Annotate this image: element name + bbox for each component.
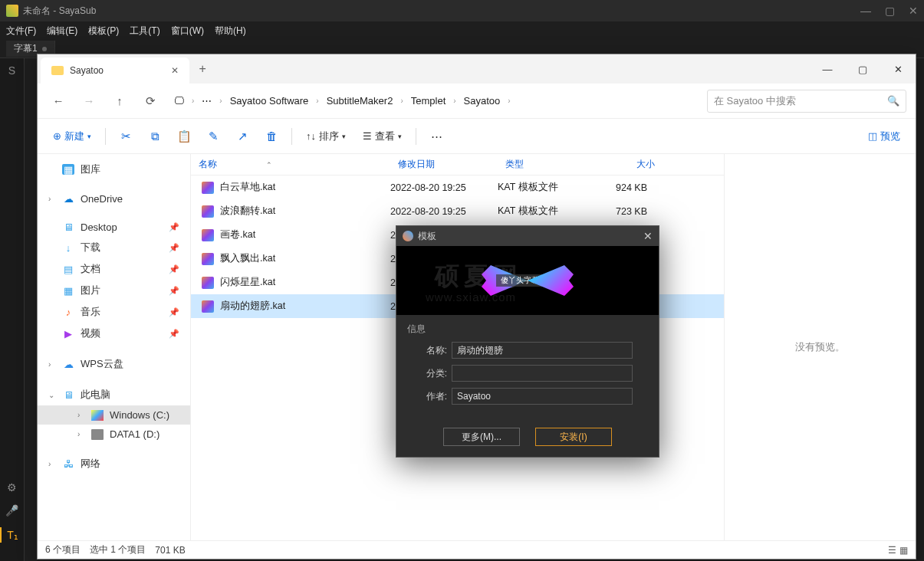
kat-file-icon (202, 205, 214, 218)
sidebar-item-wps[interactable]: › ☁ WPS云盘 (38, 353, 190, 375)
crumb-0[interactable]: Sayatoo Software (225, 92, 314, 110)
thumbs-view-icon[interactable]: ▦ (899, 545, 908, 556)
more-button[interactable]: ⋯ (424, 125, 449, 148)
copy-button[interactable]: ⧉ (143, 125, 167, 148)
col-header-type[interactable]: 类型 (498, 158, 586, 171)
install-button[interactable]: 安装(I) (535, 428, 612, 446)
explorer-min-icon[interactable]: — (810, 54, 845, 84)
crumb-3[interactable]: Sayatoo (459, 92, 505, 110)
template-modal: 模板 ✕ 硕夏网 www.sxiaw.com 傻丫头字幕精灵 信息 名称: 扇动… (396, 225, 659, 458)
file-name: 闪烁星星.kat (220, 276, 275, 289)
sidebar-item-onedrive[interactable]: › ☁ OneDrive (38, 189, 190, 208)
col-header-name[interactable]: 名称 ⌃ (191, 158, 390, 171)
modal-app-icon (403, 231, 413, 241)
file-name: 飘入飘出.kat (220, 252, 275, 265)
sayasub-min-icon[interactable]: — (860, 5, 871, 17)
sidebar-item-drive[interactable]: › DATA1 (D:) (38, 425, 190, 444)
sidebar-item-desktop[interactable]: 🖥 Desktop 📌 (38, 218, 190, 237)
leftbar-mic-icon[interactable]: 🎤 (5, 504, 18, 517)
share-button[interactable]: ↗ (230, 125, 255, 148)
more-button[interactable]: 更多(M)... (443, 428, 520, 446)
ellipsis-icon[interactable]: ⋯ (197, 95, 216, 107)
details-view-icon[interactable]: ☰ (888, 545, 896, 556)
nav-forward-button[interactable]: → (77, 90, 100, 113)
file-row[interactable]: 白云草地.kat 2022-08-20 19:25 KAT 模板文件 924 K… (191, 176, 724, 199)
field-category-value[interactable] (452, 365, 633, 382)
sayasub-close-icon[interactable]: ✕ (909, 5, 918, 17)
file-date: 2022-08-20 19:25 (390, 182, 498, 193)
modal-close-icon[interactable]: ✕ (643, 230, 653, 242)
modal-preview-area: 硕夏网 www.sxiaw.com 傻丫头字幕精灵 (396, 246, 659, 315)
search-input[interactable]: 在 Sayatoo 中搜索 🔍 (707, 90, 906, 113)
col-header-size[interactable]: 大小 (586, 158, 663, 171)
chevron-icon: › (77, 411, 85, 419)
new-button[interactable]: ⊕ 新建 ▾ (47, 126, 97, 146)
leftbar-subtitle-icon[interactable]: S (8, 64, 15, 77)
menu-help[interactable]: 帮助(H) (215, 25, 246, 38)
kat-file-icon (202, 182, 214, 194)
search-icon: 🔍 (887, 95, 899, 107)
sort-button[interactable]: ↑↓ 排序 ▾ (300, 126, 352, 146)
rename-button[interactable]: ✎ (201, 125, 225, 148)
nav-refresh-button[interactable]: ⟳ (139, 90, 162, 113)
crumb-2[interactable]: Templet (406, 92, 451, 110)
chevron-right-icon: › (219, 97, 222, 105)
chevron-icon: › (77, 430, 85, 438)
cut-button[interactable]: ✂ (113, 125, 138, 148)
field-author-value[interactable]: Sayatoo (452, 388, 633, 405)
sidebar-item-pc[interactable]: ⌄ 🖥 此电脑 (38, 384, 190, 405)
sidebar-item-label: 文档 (81, 262, 100, 276)
explorer-tab-close-icon[interactable]: ✕ (171, 65, 179, 76)
sidebar-item-label: 图片 (81, 284, 100, 297)
sidebar-item-label: WPS云盘 (81, 357, 123, 371)
file-size: 924 KB (586, 182, 663, 193)
info-section-label: 信息 (407, 323, 648, 336)
nav-back-button[interactable]: ← (47, 90, 70, 113)
nav-up-button[interactable]: ↑ (108, 90, 131, 113)
sidebar-item-label: DATA1 (D:) (110, 428, 159, 440)
breadcrumb[interactable]: 🖵 › ⋯ › Sayatoo Software › SubtitleMaker… (169, 92, 699, 110)
win-icon (91, 410, 104, 421)
sidebar-item-net[interactable]: › 🖧 网络 (38, 453, 190, 474)
explorer-close-icon[interactable]: ✕ (880, 54, 916, 84)
delete-button[interactable]: 🗑 (259, 125, 284, 148)
explorer-newtab-button[interactable]: + (189, 54, 215, 84)
sidebar-item-label: 网络 (81, 457, 100, 471)
sidebar-item-win[interactable]: › Windows (C:) (38, 405, 190, 425)
sidebar-item-pic[interactable]: ▦ 图片 📌 (38, 280, 190, 301)
chevron-down-icon: ▾ (87, 133, 91, 140)
col-header-date[interactable]: 修改日期 (390, 158, 498, 171)
paste-button[interactable]: 📋 (172, 125, 196, 148)
sidebar-item-doc[interactable]: ▤ 文档 📌 (38, 258, 190, 280)
menu-template[interactable]: 模板(P) (88, 25, 119, 38)
menu-file[interactable]: 文件(F) (6, 25, 36, 38)
leftbar-settings-icon[interactable]: ⚙ (7, 481, 17, 494)
sidebar-item-download[interactable]: ↓ 下载 📌 (38, 237, 190, 258)
sidebar-item-label: Desktop (81, 221, 117, 233)
file-row[interactable]: 波浪翻转.kat 2022-08-20 19:25 KAT 模板文件 723 K… (191, 199, 724, 223)
sidebar-item-label: 图库 (81, 162, 100, 176)
explorer-titlebar: Sayatoo ✕ + — ▢ ✕ (38, 54, 916, 84)
preview-empty-text: 没有预览。 (795, 340, 845, 354)
file-type: KAT 模板文件 (498, 181, 586, 194)
crumb-1[interactable]: SubtitleMaker2 (322, 92, 398, 110)
preview-toggle-button[interactable]: ◫ 预览 (862, 126, 906, 146)
pin-icon: 📌 (169, 307, 179, 317)
sidebar-item-label: OneDrive (81, 193, 123, 205)
view-icon: ☰ (363, 130, 372, 142)
sayasub-tab-label: 字幕1 (14, 42, 38, 55)
sidebar-item-video[interactable]: ▶ 视频 📌 (38, 323, 190, 344)
menu-window[interactable]: 窗口(W) (171, 25, 204, 38)
explorer-max-icon[interactable]: ▢ (845, 54, 880, 84)
view-button[interactable]: ☰ 查看 ▾ (357, 126, 408, 146)
field-name-value[interactable]: 扇动的翅膀 (452, 342, 633, 359)
sidebar-item-music[interactable]: ♪ 音乐 📌 (38, 301, 190, 323)
leftbar-text-icon[interactable]: T₁ (0, 527, 24, 543)
menu-tools[interactable]: 工具(T) (130, 25, 159, 38)
kat-file-icon (202, 277, 214, 289)
sidebar-item-gallery[interactable]: ▦ 图库 (38, 159, 190, 180)
menu-edit[interactable]: 编辑(E) (47, 25, 77, 38)
explorer-tab[interactable]: Sayatoo ✕ (41, 57, 189, 84)
sayasub-max-icon[interactable]: ▢ (885, 5, 895, 17)
search-placeholder: 在 Sayatoo 中搜索 (714, 94, 796, 108)
